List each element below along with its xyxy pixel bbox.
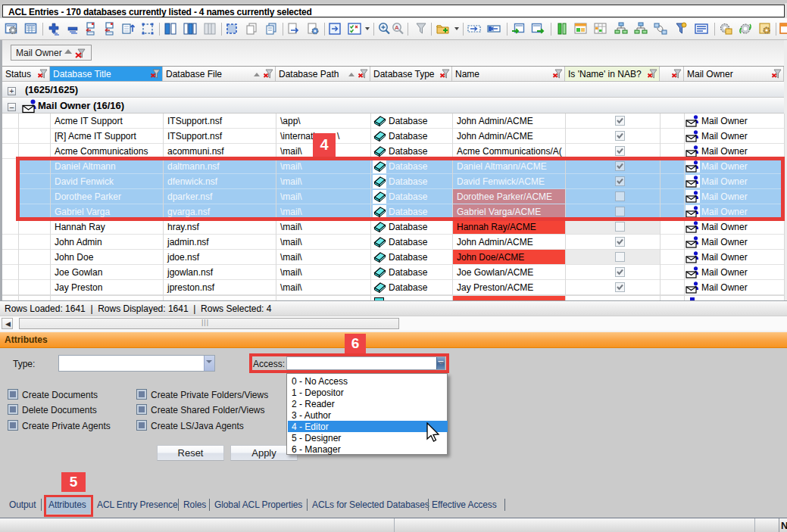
svg-text:A: A (395, 24, 399, 31)
